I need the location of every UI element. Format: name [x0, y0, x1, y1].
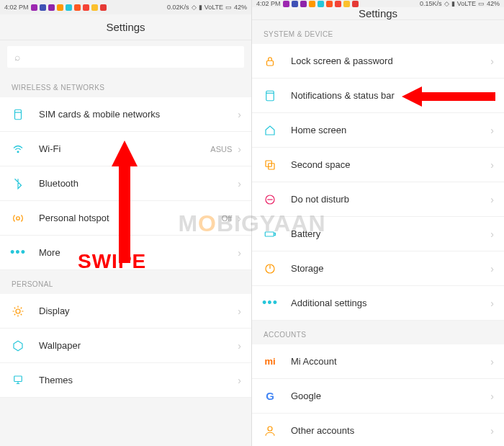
notif-icon	[66, 4, 72, 11]
notif-icon	[300, 1, 307, 7]
row-home-screen[interactable]: Home screen ›	[252, 113, 504, 148]
status-battery: 42%	[234, 4, 247, 11]
section-header-accounts: ACCOUNTS	[252, 321, 504, 344]
row-label: SIM cards & mobile networks	[39, 109, 238, 120]
row-google[interactable]: G Google ›	[252, 379, 504, 414]
chevron-right-icon: ›	[490, 263, 494, 275]
phone-right: 4:02 PM 0.15K/s ◇ ▮ VoLTE ▭ 42% Settings	[252, 0, 504, 446]
notif-icon	[352, 1, 359, 7]
section-header-wireless: WIRELESS & NETWORKS	[0, 73, 251, 97]
status-bar: 4:02 PM 0.15K/s ◇ ▮ VoLTE ▭ 42%	[252, 0, 504, 7]
row-label: Additional settings	[291, 298, 490, 308]
chevron-right-icon: ›	[490, 425, 494, 437]
bluetooth-icon	[10, 176, 26, 192]
row-wallpaper[interactable]: Wallpaper ›	[0, 329, 251, 363]
row-label: Battery	[291, 228, 490, 239]
row-hotspot[interactable]: Personal hotspot Off ›	[0, 201, 251, 236]
row-label: Other accounts	[291, 425, 490, 436]
notif-icon	[74, 4, 81, 11]
row-dnd[interactable]: Do not disturb ›	[252, 182, 504, 217]
chevron-right-icon: ›	[490, 356, 494, 367]
mi-icon: mi	[262, 354, 278, 370]
row-second-space[interactable]: Second space ›	[252, 148, 504, 182]
svg-rect-0	[15, 110, 22, 120]
chevron-right-icon: ›	[490, 55, 494, 67]
chevron-right-icon: ›	[238, 340, 241, 352]
status-battery: 42%	[487, 0, 500, 7]
chevron-right-icon: ›	[490, 298, 494, 309]
section-header-system: SYSTEM & DEVICE	[252, 20, 504, 44]
row-wifi[interactable]: Wi-Fi ASUS ›	[0, 132, 251, 166]
svg-point-2	[17, 216, 20, 220]
notif-icon	[343, 1, 350, 7]
row-storage[interactable]: Storage ›	[252, 251, 504, 286]
svg-point-3	[16, 309, 20, 313]
battery-row-icon	[262, 226, 278, 242]
home-icon	[262, 122, 278, 138]
row-themes[interactable]: Themes ›	[0, 363, 251, 398]
section-header-personal: PERSONAL	[0, 270, 251, 294]
svg-rect-12	[274, 233, 276, 235]
row-notifications[interactable]: Notifications & status bar ›	[252, 79, 504, 113]
notif-icon	[31, 4, 37, 11]
row-more[interactable]: ••• More ›	[0, 236, 251, 270]
status-time: 4:02 PM	[4, 4, 29, 11]
svg-rect-7	[266, 91, 274, 101]
chevron-right-icon: ›	[490, 159, 494, 171]
chevron-right-icon: ›	[238, 143, 241, 155]
wifi-icon: ◇	[192, 4, 197, 11]
row-label: Lock screen & password	[291, 55, 490, 66]
row-display[interactable]: Display ›	[0, 294, 251, 329]
row-label: More	[39, 247, 238, 258]
person-icon	[262, 423, 278, 439]
google-icon: G	[262, 388, 278, 404]
row-label: Display	[39, 305, 238, 316]
chevron-right-icon: ›	[238, 109, 241, 120]
row-value: Off	[222, 214, 232, 223]
row-additional-settings[interactable]: ••• Additional settings ›	[252, 286, 504, 321]
chevron-right-icon: ›	[490, 228, 494, 240]
notif-icon	[283, 1, 289, 7]
notif-icon	[91, 4, 98, 11]
wifi-icon: ◇	[444, 0, 449, 7]
sim-icon	[10, 107, 26, 122]
chevron-right-icon: ›	[238, 178, 241, 189]
row-lock-screen[interactable]: Lock screen & password ›	[252, 44, 504, 79]
wallpaper-icon	[10, 338, 26, 354]
row-battery[interactable]: Battery ›	[252, 217, 504, 251]
notif-icon	[309, 1, 315, 7]
status-time: 4:02 PM	[256, 0, 281, 7]
row-label: Mi Account	[291, 356, 490, 367]
row-label: Wi-Fi	[39, 143, 210, 154]
chevron-right-icon: ›	[238, 375, 241, 386]
notifications-icon	[262, 88, 278, 104]
chevron-right-icon: ›	[490, 90, 494, 102]
row-bluetooth[interactable]: Bluetooth ›	[0, 166, 251, 201]
more-icon: •••	[262, 295, 278, 311]
row-label: Storage	[291, 263, 490, 274]
status-volte: VoLTE	[457, 0, 476, 7]
notif-icon	[40, 4, 46, 11]
notif-icon	[57, 4, 63, 11]
dnd-icon	[262, 192, 278, 208]
battery-icon: ▭	[225, 4, 232, 11]
row-other-accounts[interactable]: Other accounts ›	[252, 414, 504, 446]
row-label: Wallpaper	[39, 340, 238, 351]
notif-icon	[48, 4, 55, 11]
chevron-right-icon: ›	[238, 213, 241, 224]
page-title: Settings	[252, 7, 504, 20]
signal-icon: ▮	[199, 4, 202, 11]
chevron-right-icon: ›	[238, 247, 241, 259]
search-input[interactable]: ⌕	[7, 46, 244, 68]
page-title: Settings	[0, 14, 251, 40]
row-mi-account[interactable]: mi Mi Account ›	[252, 344, 504, 379]
display-icon	[10, 303, 26, 319]
row-label: Themes	[39, 375, 238, 385]
row-value: ASUS	[210, 145, 232, 153]
wifi-icon	[10, 141, 26, 157]
row-label: Second space	[291, 159, 490, 170]
hotspot-icon	[10, 210, 26, 226]
battery-icon: ▭	[478, 0, 485, 7]
notif-icon	[292, 1, 298, 7]
row-sim-cards[interactable]: SIM cards & mobile networks ›	[0, 97, 251, 132]
